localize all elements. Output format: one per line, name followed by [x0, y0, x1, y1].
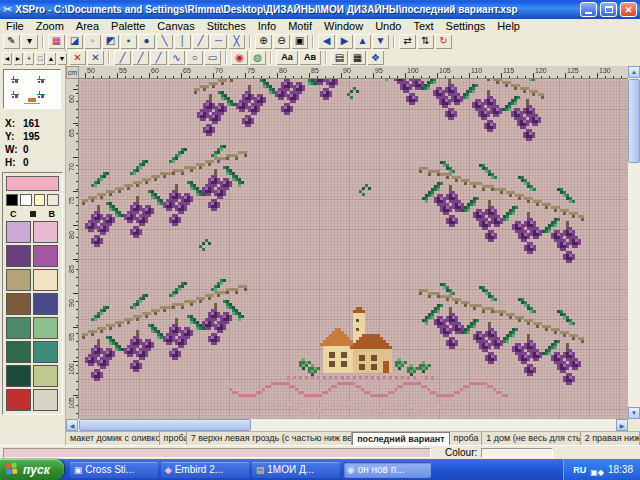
pattern-canvas[interactable] [79, 79, 628, 419]
backstitch-diagonal-left-button[interactable]: ╲ [156, 34, 173, 49]
delete-stitch-button[interactable]: ✕ [69, 50, 86, 65]
palette-color-strip[interactable] [6, 245, 31, 267]
close-button[interactable] [620, 2, 637, 17]
menu-item-file[interactable]: File [0, 19, 30, 33]
rect-select-tool-button[interactable]: □ [35, 52, 45, 65]
half-stitch-button[interactable]: ◪ [66, 34, 83, 49]
rectangle-tool-button[interactable]: ▭ [204, 50, 221, 65]
menu-item-area[interactable]: Area [70, 19, 105, 33]
palette-color-strip[interactable] [33, 389, 58, 411]
line-thin-button[interactable]: ╱ [114, 50, 131, 65]
backstitch-vertical-button[interactable]: │ [174, 34, 191, 49]
design-tab[interactable]: проба 2 [450, 432, 483, 445]
flip-vertical-button[interactable]: ⇅ [417, 34, 434, 49]
design-tab[interactable]: проба [160, 432, 187, 445]
palette-color-strip[interactable] [33, 341, 58, 363]
scroll-right-arrow-icon[interactable] [616, 419, 628, 431]
flip-horizontal-button[interactable]: ⇄ [399, 34, 416, 49]
palette-color-strip[interactable] [6, 365, 31, 387]
color-picker-button[interactable]: ◉ [231, 50, 248, 65]
fill-tool-button[interactable]: ◍ [249, 50, 266, 65]
scroll-left-arrow-icon[interactable] [66, 419, 78, 431]
design-tab[interactable]: 1 дом (не весь для стыковки) [482, 432, 580, 445]
line-medium-button[interactable]: ╱ [132, 50, 149, 65]
palette-color-strip[interactable] [33, 317, 58, 339]
start-button[interactable]: пуск [0, 459, 64, 480]
taskbar-task[interactable]: ◉он нов п... [343, 462, 431, 478]
menu-item-text[interactable]: Text [407, 19, 439, 33]
backstitch-horizontal-button[interactable]: ─ [210, 34, 227, 49]
palette-color-strip[interactable] [33, 365, 58, 387]
rotate-button[interactable]: ↻ [435, 34, 452, 49]
taskbar-task[interactable]: ▤1МОИ Д... [252, 462, 340, 478]
palette-color-strip[interactable] [6, 221, 31, 243]
palette-color-strip[interactable] [6, 317, 31, 339]
menu-item-stitches[interactable]: Stitches [201, 19, 252, 33]
quarter-stitch-button[interactable]: ▫ [84, 34, 101, 49]
palette-color-strip[interactable] [33, 221, 58, 243]
scroll-up-button[interactable]: ▲ [354, 34, 371, 49]
text-cyrillic-button[interactable]: Ав [299, 50, 321, 65]
design-tab[interactable]: макет домик с оливковками [66, 432, 160, 445]
scroll-right-button[interactable]: ▶ [336, 34, 353, 49]
taskbar-task[interactable]: ▣Cross Sti... [70, 462, 158, 478]
vertical-scrollbar[interactable] [628, 66, 640, 419]
long-stitch-button[interactable]: ╳ [228, 34, 245, 49]
palette-color-strip[interactable] [6, 269, 31, 291]
palette-small-swatch[interactable] [34, 194, 46, 206]
menu-item-undo[interactable]: Undo [369, 19, 407, 33]
minimize-button[interactable] [580, 2, 597, 17]
menu-item-info[interactable]: Info [252, 19, 282, 33]
menu-item-canvas[interactable]: Canvas [151, 19, 200, 33]
selected-color-swatch[interactable] [6, 176, 59, 191]
scroll-left-button[interactable]: ◀ [318, 34, 335, 49]
backstitch-diagonal-right-button[interactable]: ╱ [192, 34, 209, 49]
add-tool-button[interactable]: + [24, 52, 34, 65]
tray-icon[interactable]: ▣ [590, 468, 598, 477]
design-tab[interactable]: 7 верхн левая гроздь (с частью ниж ветки… [187, 432, 352, 445]
curve-tool-button[interactable]: ∿ [168, 50, 185, 65]
language-indicator[interactable]: RU [573, 465, 586, 475]
delete-backstitch-button[interactable]: ✕ [87, 50, 104, 65]
palette-color-strip[interactable] [6, 389, 31, 411]
motif-library-button[interactable]: ❖ [367, 50, 384, 65]
design-tab[interactable]: последний вариант [352, 432, 449, 445]
ellipse-tool-button[interactable]: ○ [186, 50, 203, 65]
taskbar-task[interactable]: ◆Embird 2... [161, 462, 249, 478]
tray-icon[interactable]: ◆ [598, 468, 604, 477]
design-tab[interactable]: 2 правая ниж гр. [581, 432, 640, 445]
arrow-left-tool-button[interactable]: ◄ [2, 52, 12, 65]
menu-item-palette[interactable]: Palette [105, 19, 151, 33]
pencil-dropdown-button[interactable]: ▾ [21, 34, 38, 49]
text-latin-button[interactable]: Aa [276, 50, 298, 65]
full-stitch-button[interactable]: ▦ [48, 34, 65, 49]
symbols-view-button[interactable]: ▦ [349, 50, 366, 65]
palette-color-strip[interactable] [33, 269, 58, 291]
three-quarter-stitch-button[interactable]: ◩ [102, 34, 119, 49]
scroll-up-arrow-icon[interactable] [628, 66, 640, 78]
maximize-button[interactable] [600, 2, 617, 17]
vertical-scroll-thumb[interactable] [628, 79, 640, 163]
horizontal-scrollbar[interactable] [66, 419, 628, 431]
palette-color-strip[interactable] [6, 341, 31, 363]
arrow-right-tool-button[interactable]: ► [13, 52, 23, 65]
palette-color-strip[interactable] [6, 293, 31, 315]
title-bar[interactable]: ✂ XSPro - C:\Documents and Settings\Rimm… [0, 0, 640, 19]
line-thick-button[interactable]: ╱ [150, 50, 167, 65]
chart-view-button[interactable]: ▤ [331, 50, 348, 65]
down-tool-button[interactable]: ▼ [57, 52, 67, 65]
palette-color-strip[interactable] [33, 293, 58, 315]
palette-small-swatch[interactable] [6, 194, 18, 206]
menu-item-window[interactable]: Window [318, 19, 369, 33]
menu-item-settings[interactable]: Settings [440, 19, 492, 33]
palette-color-strip[interactable] [33, 245, 58, 267]
up-tool-button[interactable]: ▲ [46, 52, 56, 65]
menu-item-zoom[interactable]: Zoom [30, 19, 70, 33]
zoom-in-button[interactable]: ⊕ [255, 34, 272, 49]
french-knot-button[interactable]: ● [138, 34, 155, 49]
palette-small-swatch[interactable] [20, 194, 32, 206]
horizontal-scroll-thumb[interactable] [79, 419, 251, 431]
scroll-down-button[interactable]: ▼ [372, 34, 389, 49]
menu-item-motif[interactable]: Motif [282, 19, 318, 33]
petite-stitch-button[interactable]: ▪ [120, 34, 137, 49]
